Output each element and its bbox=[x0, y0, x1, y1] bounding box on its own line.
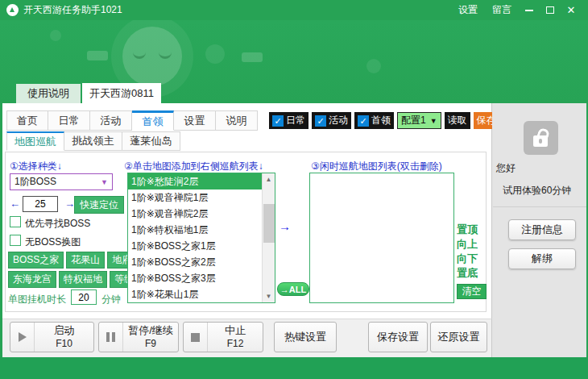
minimize-icon bbox=[525, 10, 533, 11]
activity-module-toggle[interactable]: ✓ 活动 bbox=[312, 112, 351, 129]
list-item[interactable]: 1阶※愁陡涧2层 bbox=[128, 173, 262, 190]
scroll-up-icon[interactable]: ▲ bbox=[263, 173, 275, 185]
tab-instructions[interactable]: 说明 bbox=[216, 110, 258, 131]
afk-duration-label: 单图挂机时长 bbox=[8, 293, 66, 306]
pause-hotkey: F9 bbox=[145, 338, 156, 349]
page-prev-arrow[interactable]: ← bbox=[10, 198, 20, 210]
no-boss-switch-checkbox[interactable] bbox=[10, 235, 21, 246]
list-item[interactable]: 1阶※BOSS之家3层 bbox=[128, 270, 262, 286]
titlebar: 开天西游任务助手1021 设置 留言 ✕ bbox=[0, 0, 588, 20]
trial-status-text: 试用体验60分钟 bbox=[503, 184, 571, 198]
tab-usage-help[interactable]: 使用说明 bbox=[16, 84, 81, 103]
greeting-text: 您好 bbox=[496, 161, 516, 175]
minimize-button[interactable] bbox=[519, 0, 540, 20]
titlebar-message-button[interactable]: 留言 bbox=[492, 3, 511, 17]
step3-label: ③闲时巡航地图列表(双击删除) bbox=[311, 160, 442, 173]
list-item[interactable]: 1阶※特权福地1层 bbox=[128, 222, 262, 238]
chevron-down-icon: ▼ bbox=[101, 178, 108, 186]
subtab-challenge-lord[interactable]: 挑战领主 bbox=[64, 131, 122, 151]
restore-settings-button[interactable]: 还原设置 bbox=[430, 322, 487, 352]
step2-label: ②单击地图添加到右侧巡航列表↓ bbox=[124, 160, 263, 173]
start-label: 启动 bbox=[54, 324, 75, 336]
clear-list-button[interactable]: 清空 bbox=[457, 284, 487, 299]
pause-icon bbox=[99, 323, 123, 352]
quick-map-row-1: BOSS之家 花果山 地府 bbox=[8, 252, 136, 269]
find-boss-first-checkbox[interactable] bbox=[10, 216, 21, 227]
module-toolbar: ✓ 日常 ✓ 活动 ✓ 首领 配置1 ▼ 读取 保存 bbox=[269, 112, 499, 129]
map-list-scrollbar[interactable]: ▲ ▼ bbox=[262, 173, 275, 302]
tab-game-window[interactable]: 开天西游0811 bbox=[82, 83, 161, 103]
quick-map-row-2: 东海龙宫 特权福地 等级 bbox=[8, 271, 139, 288]
unbind-button[interactable]: 解绑 bbox=[508, 248, 576, 269]
close-button[interactable]: ✕ bbox=[561, 0, 582, 20]
checked-checkbox-icon[interactable]: ✓ bbox=[358, 115, 369, 127]
start-hotkey: F10 bbox=[56, 338, 72, 349]
stop-icon bbox=[184, 323, 208, 352]
cruise-listbox[interactable] bbox=[309, 173, 454, 303]
move-top-button[interactable]: 置顶 bbox=[457, 223, 478, 237]
quick-locate-button[interactable]: 快速定位 bbox=[74, 196, 124, 214]
pause-label: 暂停/继续 bbox=[128, 324, 173, 336]
config-select[interactable]: 配置1 ▼ bbox=[397, 112, 441, 129]
stop-hotkey: F12 bbox=[227, 338, 244, 349]
tab-daily[interactable]: 日常 bbox=[48, 110, 90, 131]
hotkey-settings-button[interactable]: 热键设置 bbox=[274, 322, 337, 352]
scroll-down-icon[interactable]: ▼ bbox=[263, 290, 275, 302]
sub-tab-bar: 地图巡航 挑战领主 蓬莱仙岛 bbox=[6, 131, 180, 151]
add-all-button[interactable]: →ALL bbox=[277, 282, 309, 296]
start-button[interactable]: 启动 F10 bbox=[10, 322, 94, 352]
huaguoshan-button[interactable]: 花果山 bbox=[66, 252, 105, 269]
register-info-button[interactable]: 注册信息 bbox=[508, 219, 576, 240]
tab-activity[interactable]: 活动 bbox=[90, 110, 132, 131]
chevron-down-icon: ▼ bbox=[430, 117, 437, 125]
move-down-button[interactable]: 向下 bbox=[457, 252, 478, 266]
list-item[interactable]: 1阶※花果山1层 bbox=[128, 286, 262, 302]
find-boss-first-label[interactable]: 优先寻找BOSS bbox=[25, 217, 90, 231]
scrollbar-thumb[interactable] bbox=[263, 204, 275, 243]
no-boss-switch-label[interactable]: 无BOSS换图 bbox=[25, 235, 81, 249]
afk-duration-unit: 分钟 bbox=[101, 293, 121, 306]
daily-module-toggle[interactable]: ✓ 日常 bbox=[269, 112, 308, 129]
step1-label: ①选择种类↓ bbox=[10, 160, 62, 173]
config-select-value: 配置1 bbox=[401, 114, 426, 127]
tab-settings[interactable]: 设置 bbox=[174, 110, 216, 131]
afk-duration-input[interactable] bbox=[71, 289, 97, 305]
unlock-icon bbox=[524, 121, 558, 155]
maximize-button[interactable] bbox=[540, 0, 561, 20]
read-config-button[interactable]: 读取 bbox=[445, 112, 470, 129]
category-select[interactable]: 1阶BOSS ▼ bbox=[10, 173, 113, 190]
checked-checkbox-icon[interactable]: ✓ bbox=[272, 115, 284, 127]
tab-boss[interactable]: 首领 bbox=[132, 110, 174, 131]
window-title: 开天西游任务助手1021 bbox=[23, 3, 122, 17]
boss-module-toggle[interactable]: ✓ 首领 bbox=[354, 112, 394, 129]
bottom-status-bar bbox=[0, 357, 588, 379]
stop-button[interactable]: 中止 F12 bbox=[183, 322, 263, 352]
page-number-input[interactable] bbox=[23, 196, 58, 212]
list-item[interactable]: 1阶※BOSS之家2层 bbox=[128, 254, 262, 270]
play-icon bbox=[10, 323, 35, 352]
checked-checkbox-icon[interactable]: ✓ bbox=[315, 115, 326, 127]
map-items: 1阶※愁陡涧2层 1阶※观音禅院1层 1阶※观音禅院2层 1阶※特权福地1层 1… bbox=[128, 173, 262, 302]
subtab-map-cruise[interactable]: 地图巡航 bbox=[6, 131, 64, 151]
transfer-arrow-icon: → bbox=[279, 219, 291, 233]
stop-label: 中止 bbox=[225, 324, 246, 336]
category-select-value: 1阶BOSS bbox=[14, 175, 56, 189]
list-item[interactable]: 1阶※观音禅院1层 bbox=[128, 190, 262, 206]
list-item[interactable]: 1阶※观音禅院2层 bbox=[128, 206, 262, 222]
boss-module-label: 首领 bbox=[371, 114, 391, 127]
titlebar-settings-button[interactable]: 设置 bbox=[458, 3, 478, 17]
list-item[interactable]: 1阶※BOSS之家1层 bbox=[128, 238, 262, 254]
pause-resume-button[interactable]: 暂停/继续 F9 bbox=[98, 322, 179, 352]
tequan-fudi-button[interactable]: 特权福地 bbox=[59, 271, 107, 288]
daily-module-label: 日常 bbox=[286, 114, 305, 127]
boss-home-button[interactable]: BOSS之家 bbox=[8, 252, 64, 269]
maximize-icon bbox=[546, 6, 554, 14]
app-logo-icon bbox=[6, 4, 19, 16]
activity-module-label: 活动 bbox=[329, 114, 348, 127]
subtab-penglai-island[interactable]: 蓬莱仙岛 bbox=[122, 131, 180, 151]
donghai-longgong-button[interactable]: 东海龙宫 bbox=[8, 271, 56, 288]
save-settings-button[interactable]: 保存设置 bbox=[368, 322, 428, 352]
move-up-button[interactable]: 向上 bbox=[457, 237, 478, 252]
move-bottom-button[interactable]: 置底 bbox=[457, 266, 478, 281]
tab-home[interactable]: 首页 bbox=[6, 110, 48, 131]
